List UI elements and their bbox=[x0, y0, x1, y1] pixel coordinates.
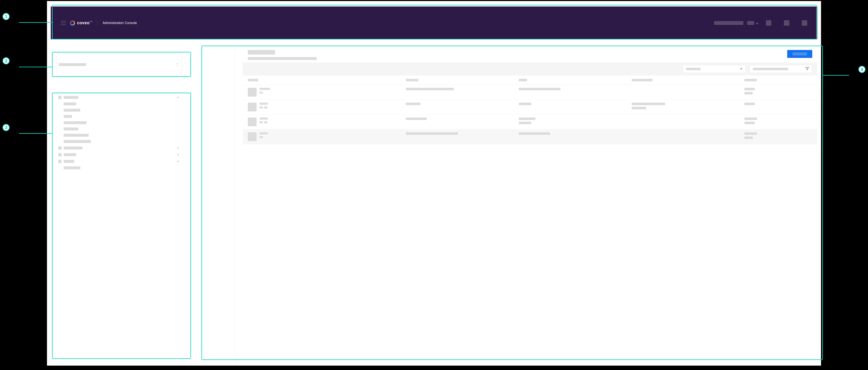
search-filter-input[interactable] bbox=[750, 65, 812, 73]
page-title bbox=[248, 50, 275, 55]
callout-number-1: 1 bbox=[2, 13, 9, 20]
table-header bbox=[243, 76, 817, 85]
chevron-down-icon bbox=[177, 160, 180, 163]
hamburger-menu-icon[interactable] bbox=[61, 21, 66, 25]
nav-group-label bbox=[64, 160, 74, 163]
header-dropdown[interactable] bbox=[747, 21, 758, 25]
callout-number-4: 4 bbox=[859, 66, 866, 73]
caret-down-icon bbox=[740, 68, 742, 69]
row-thumbnail bbox=[248, 132, 256, 141]
table-row[interactable] bbox=[243, 100, 817, 115]
filter-funnel-icon bbox=[805, 67, 809, 71]
callout-line bbox=[19, 67, 52, 67]
filter-toolbar bbox=[243, 62, 817, 76]
column-header bbox=[632, 79, 653, 81]
nav-group-collapsed[interactable] bbox=[56, 151, 182, 158]
nav-group-icon bbox=[58, 146, 62, 150]
filter-dropdown-value bbox=[686, 68, 701, 70]
column-header bbox=[406, 79, 418, 81]
callout-number-3: 3 bbox=[2, 124, 9, 131]
nav-item[interactable] bbox=[64, 126, 182, 132]
nav-group-label bbox=[64, 146, 83, 149]
logo-swirl-icon bbox=[70, 21, 75, 26]
nav-group-label bbox=[64, 96, 78, 99]
header-search-placeholder[interactable] bbox=[714, 21, 743, 25]
chevron-right-icon bbox=[177, 146, 180, 149]
header-subtitle: Administration Console bbox=[102, 21, 137, 25]
org-picker-value bbox=[59, 63, 86, 66]
brand-name: coveoTM bbox=[77, 21, 92, 25]
primary-action-button[interactable] bbox=[787, 50, 812, 58]
nav-group-icon bbox=[58, 160, 62, 163]
nav-group-collapsed[interactable] bbox=[56, 145, 182, 151]
nav-group-label bbox=[64, 153, 76, 156]
brand-logo[interactable]: coveoTM bbox=[70, 21, 92, 26]
chevron-down-icon bbox=[756, 22, 758, 24]
column-header bbox=[519, 79, 527, 81]
column-header bbox=[248, 79, 258, 81]
table-row[interactable] bbox=[243, 130, 817, 144]
chevron-down-icon bbox=[177, 96, 180, 99]
callout-line bbox=[823, 75, 849, 76]
row-thumbnail bbox=[248, 103, 256, 111]
nav-item[interactable] bbox=[64, 101, 182, 107]
nav-group-expanded[interactable] bbox=[56, 94, 182, 101]
row-thumbnail bbox=[248, 117, 256, 126]
nav-item[interactable] bbox=[64, 138, 182, 145]
navigation-sidebar bbox=[56, 94, 182, 360]
nav-group-icon bbox=[58, 153, 62, 156]
nav-item[interactable] bbox=[64, 107, 182, 113]
organization-picker[interactable] bbox=[56, 53, 182, 76]
main-content-panel bbox=[243, 47, 817, 360]
nav-group-expanded[interactable] bbox=[56, 158, 182, 165]
page-subtitle bbox=[248, 57, 317, 60]
column-header bbox=[744, 79, 757, 81]
header-action-2[interactable] bbox=[784, 20, 789, 26]
callout-line bbox=[19, 22, 52, 23]
search-filter-value bbox=[753, 68, 788, 70]
table-row[interactable] bbox=[243, 85, 817, 100]
nav-item[interactable] bbox=[64, 165, 182, 171]
header-bar: coveoTM Administration Console bbox=[51, 6, 817, 39]
app-frame: coveoTM Administration Console bbox=[47, 1, 821, 365]
callout-number-2: 2 bbox=[2, 57, 9, 64]
header-action-1[interactable] bbox=[766, 20, 771, 26]
primary-action-label bbox=[793, 53, 807, 55]
nav-item[interactable] bbox=[64, 113, 182, 120]
chevron-right-icon bbox=[177, 153, 180, 156]
nav-item[interactable] bbox=[64, 132, 182, 138]
page-header bbox=[243, 47, 817, 62]
header-action-3[interactable] bbox=[802, 20, 807, 26]
nav-group-icon bbox=[58, 96, 62, 99]
table-row[interactable] bbox=[243, 115, 817, 130]
callout-line bbox=[19, 133, 52, 134]
nav-item[interactable] bbox=[64, 120, 182, 126]
filter-dropdown[interactable] bbox=[683, 65, 745, 73]
row-thumbnail bbox=[248, 88, 256, 96]
sort-updown-icon bbox=[176, 63, 179, 66]
